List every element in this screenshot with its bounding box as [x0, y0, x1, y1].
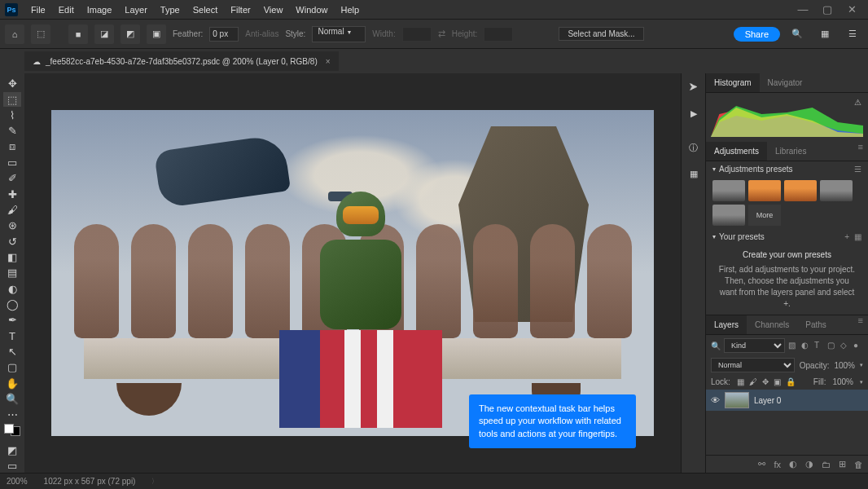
frame-tool[interactable]: ▭ [3, 156, 21, 170]
preset-more-button[interactable]: More [748, 205, 781, 226]
eyedropper-tool[interactable]: ✐ [3, 171, 21, 185]
edit-toolbar[interactable]: ⋯ [3, 408, 21, 421]
filter-kind-select[interactable]: Kind [724, 338, 785, 353]
tab-navigator[interactable]: Navigator [760, 73, 811, 92]
list-view-icon[interactable]: ☰ [854, 165, 861, 174]
tab-paths[interactable]: Paths [797, 315, 835, 334]
brush-tool[interactable]: 🖌 [3, 203, 21, 217]
move-tool[interactable]: ✥ [3, 77, 21, 90]
zoom-tool[interactable]: 🔍 [3, 392, 21, 406]
quick-mask-icon[interactable]: ◩ [3, 443, 21, 456]
layer-thumbnail[interactable] [725, 392, 749, 408]
pen-tool[interactable]: ✒ [3, 313, 21, 327]
panel-menu-icon[interactable]: ☰ [842, 24, 863, 45]
opacity-value[interactable]: 100% [834, 361, 855, 370]
panel-menu-icon[interactable]: ≡ [853, 315, 868, 334]
app-logo[interactable]: Ps [5, 3, 18, 16]
workspace-icon[interactable]: ▦ [814, 24, 835, 45]
zoom-level[interactable]: 200% [7, 477, 28, 486]
history-brush-tool[interactable]: ↺ [3, 234, 21, 248]
selection-new-icon[interactable]: ■ [68, 24, 88, 44]
link-layers-icon[interactable]: ⚯ [758, 459, 765, 469]
preset-thumb[interactable] [748, 180, 781, 201]
lasso-tool[interactable]: ⌇ [3, 108, 21, 122]
canvas-area[interactable]: The new contextual task bar helps speed … [24, 73, 681, 473]
color-swatches[interactable] [4, 424, 20, 437]
selection-intersect-icon[interactable]: ▣ [147, 24, 166, 44]
close-icon[interactable]: ✕ [847, 5, 857, 15]
type-tool[interactable]: T [3, 329, 21, 343]
fill-value[interactable]: 100% [832, 377, 853, 386]
healing-tool[interactable]: ✚ [3, 187, 21, 200]
minimize-icon[interactable]: — [798, 5, 808, 15]
panel-menu-icon[interactable]: ≡ [853, 142, 868, 161]
lock-artboard-icon[interactable]: ▣ [774, 377, 781, 386]
tab-adjustments[interactable]: Adjustments [706, 142, 767, 161]
menu-edit[interactable]: Edit [52, 5, 81, 15]
blur-tool[interactable]: ◐ [3, 281, 21, 295]
eraser-tool[interactable]: ◧ [3, 250, 21, 264]
document-canvas[interactable] [51, 110, 654, 436]
blend-mode-select[interactable]: Normal [711, 358, 795, 372]
tab-channels[interactable]: Channels [747, 315, 797, 334]
selection-add-icon[interactable]: ◪ [94, 24, 114, 44]
tab-libraries[interactable]: Libraries [767, 142, 814, 161]
lock-transparent-icon[interactable]: ▦ [737, 377, 744, 386]
screen-mode-icon[interactable]: ▭ [3, 459, 21, 473]
preset-thumb[interactable] [784, 180, 817, 201]
document-dimensions[interactable]: 1022 px x 567 px (72 ppi) [44, 477, 136, 486]
menu-select[interactable]: Select [186, 5, 225, 15]
menu-type[interactable]: Type [154, 5, 186, 15]
layer-item-0[interactable]: 👁 Layer 0 [706, 390, 868, 411]
preset-thumb[interactable] [820, 180, 853, 201]
visibility-eye-icon[interactable]: 👁 [711, 395, 720, 405]
crop-tool[interactable]: ⧈ [3, 139, 21, 153]
your-presets-header[interactable]: ▾ Your presets + ▦ [706, 229, 868, 244]
adjustment-layer-icon[interactable]: ◑ [805, 459, 813, 469]
group-icon[interactable]: 🗀 [822, 460, 831, 469]
tool-preset-icon[interactable]: ⬚ [31, 24, 50, 44]
filter-type-icon[interactable]: T [814, 341, 824, 350]
preset-thumb[interactable] [712, 205, 745, 226]
maximize-icon[interactable]: ▢ [822, 5, 832, 15]
play-icon[interactable]: ▶ [686, 106, 701, 121]
path-select-tool[interactable]: ↖ [3, 345, 21, 359]
home-icon[interactable]: ⌂ [5, 24, 24, 44]
lock-position-icon[interactable]: ✥ [762, 377, 769, 386]
filter-adjust-icon[interactable]: ◐ [801, 341, 811, 350]
add-preset-icon[interactable]: + [844, 232, 849, 241]
tab-close-icon[interactable]: × [326, 57, 331, 66]
menu-help[interactable]: Help [334, 5, 366, 15]
stamp-tool[interactable]: ⊛ [3, 218, 21, 232]
grid-view-icon[interactable]: ▦ [854, 232, 861, 241]
filter-smart-icon[interactable]: ◇ [840, 341, 850, 350]
adjustments-presets-header[interactable]: ▾ Adjustments presets ☰ [706, 161, 868, 177]
quick-select-tool[interactable]: ✎ [3, 124, 21, 138]
menu-image[interactable]: Image [81, 5, 119, 15]
search-icon[interactable]: 🔍 [787, 24, 808, 45]
tab-histogram[interactable]: Histogram [706, 73, 760, 92]
preset-thumb[interactable] [712, 180, 745, 201]
select-and-mask-button[interactable]: Select and Mask... [559, 27, 643, 41]
marquee-tool[interactable]: ⬚ [3, 92, 21, 106]
delete-layer-icon[interactable]: 🗑 [854, 460, 863, 469]
hand-tool[interactable]: ✋ [3, 377, 21, 390]
warning-icon[interactable]: ⚠ [854, 98, 861, 107]
tab-layers[interactable]: Layers [706, 315, 747, 334]
menu-layer[interactable]: Layer [118, 5, 154, 15]
new-layer-icon[interactable]: ⊞ [839, 459, 846, 469]
layer-fx-icon[interactable]: fx [774, 460, 781, 469]
selection-subtract-icon[interactable]: ◩ [121, 24, 140, 44]
menu-file[interactable]: File [24, 5, 52, 15]
dodge-tool[interactable]: ◯ [3, 297, 21, 311]
layer-mask-icon[interactable]: ◐ [789, 459, 797, 469]
shape-tool[interactable]: ▢ [3, 360, 21, 374]
menu-filter[interactable]: Filter [224, 5, 256, 15]
menu-view[interactable]: View [257, 5, 290, 15]
filter-toggle-icon[interactable]: ● [853, 341, 863, 350]
collapse-arrow-icon[interactable]: ⮞ [686, 80, 701, 95]
document-tab[interactable]: ☁ _fee582cc-a7eb-4530-a72e-7daf3b5e0372.… [24, 51, 339, 71]
info-circle-icon[interactable]: ⓘ [686, 140, 701, 155]
lock-pixels-icon[interactable]: 🖌 [749, 377, 757, 386]
layer-name-label[interactable]: Layer 0 [754, 396, 781, 405]
